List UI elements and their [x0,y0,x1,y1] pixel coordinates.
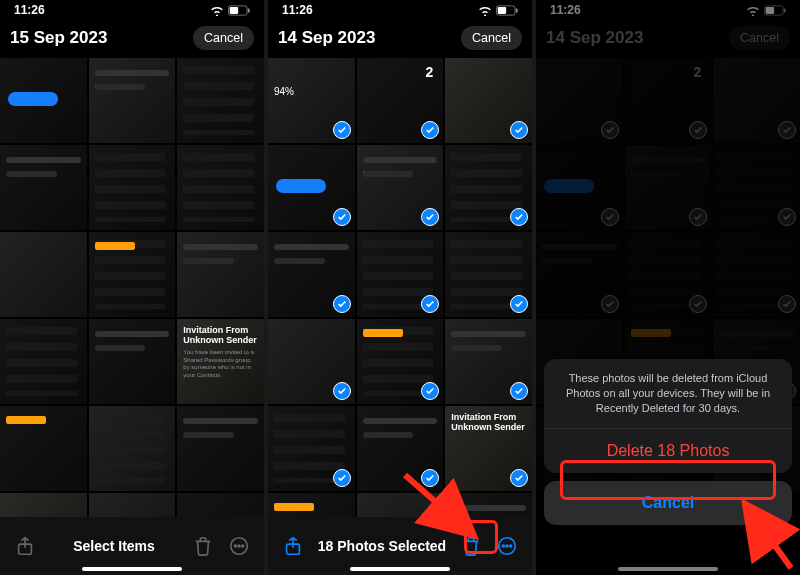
battery-icon [496,5,518,16]
photo-thumbnail[interactable] [89,145,176,230]
svg-rect-10 [516,8,518,12]
action-sheet-message: These photos will be deleted from iCloud… [544,359,792,429]
photo-grid[interactable]: Invitation From Unknown Sender You have … [0,58,264,517]
date-title: 15 Sep 2023 [10,28,107,48]
cancel-button[interactable]: Cancel [461,26,522,50]
photo-thumbnail[interactable] [0,406,87,491]
selection-check-icon [510,382,528,400]
action-sheet: These photos will be deleted from iCloud… [544,359,792,525]
selection-check-icon [421,121,439,139]
photo-thumbnail[interactable] [268,319,355,404]
home-indicator[interactable] [82,567,182,571]
photo-thumbnail[interactable] [177,406,264,491]
status-time: 11:26 [282,3,313,17]
photo-thumbnail[interactable] [357,406,444,491]
photo-thumbnail[interactable] [445,493,532,517]
photo-grid[interactable]: 94% 2 Invitation From Unknown Sender [268,58,532,517]
photo-thumbnail[interactable] [445,145,532,230]
photo-thumbnail[interactable] [89,319,176,404]
status-bar: 11:26 [268,0,532,20]
photo-thumbnail[interactable] [268,232,355,317]
selection-check-icon [510,121,528,139]
photo-thumbnail[interactable] [445,319,532,404]
svg-point-5 [234,545,236,547]
home-indicator[interactable] [350,567,450,571]
photo-thumbnail[interactable]: 94% [268,58,355,143]
photo-thumbnail[interactable] [89,406,176,491]
photo-thumbnail[interactable] [357,232,444,317]
action-sheet-card: These photos will be deleted from iCloud… [544,359,792,473]
photo-thumbnail[interactable] [0,145,87,230]
more-icon[interactable] [496,535,518,557]
photo-thumbnail[interactable] [177,232,264,317]
photo-thumbnail[interactable] [0,319,87,404]
photo-thumbnail[interactable]: 2 [357,58,444,143]
status-time: 11:26 [14,3,45,17]
photo-thumbnail[interactable] [268,145,355,230]
photo-thumbnail[interactable] [445,58,532,143]
selection-check-icon [333,469,351,487]
svg-point-6 [238,545,240,547]
selection-check-icon [421,382,439,400]
panel-selected: 11:26 14 Sep 2023 Cancel 94% 2 [268,0,532,575]
bottom-toolbar: 18 Photos Selected [268,517,532,575]
cancel-button[interactable]: Cancel [193,26,254,50]
photo-thumbnail[interactable] [177,58,264,143]
share-icon [14,535,36,557]
battery-icon [228,5,250,16]
header: 15 Sep 2023 Cancel [0,20,264,58]
selection-check-icon [421,208,439,226]
panel-delete-sheet: 11:26 14 Sep 2023 Cancel 2 [536,0,800,575]
photo-thumbnail[interactable] [357,319,444,404]
photo-thumbnail[interactable] [89,232,176,317]
photo-thumbnail[interactable] [0,493,87,517]
photo-thumbnail[interactable] [0,58,87,143]
photo-thumbnail[interactable]: Invitation From Unknown Sender [445,406,532,491]
photo-thumbnail[interactable] [177,145,264,230]
selection-check-icon [421,469,439,487]
photo-thumbnail[interactable] [89,58,176,143]
svg-point-7 [242,545,244,547]
share-icon[interactable] [282,535,304,557]
svg-rect-2 [248,8,250,12]
svg-rect-9 [498,7,506,14]
selection-check-icon [421,295,439,313]
invitation-title: Invitation From Unknown Sender [183,325,258,346]
invitation-body: You have been invited to a Shared Passwo… [183,349,258,379]
svg-point-15 [510,545,512,547]
wifi-icon [478,5,492,16]
selection-check-icon [333,208,351,226]
more-icon [228,535,250,557]
photo-thumbnail[interactable] [0,232,87,317]
action-sheet-cancel-button[interactable]: Cancel [544,481,792,525]
invitation-title: Invitation From Unknown Sender [451,412,526,433]
header: 14 Sep 2023 Cancel [268,20,532,58]
selection-check-icon [333,382,351,400]
photo-thumbnail[interactable] [268,493,355,517]
selection-check-icon [333,295,351,313]
photo-thumbnail[interactable] [357,145,444,230]
svg-rect-1 [230,7,238,14]
svg-point-13 [502,545,504,547]
delete-photos-button[interactable]: Delete 18 Photos [544,429,792,473]
svg-point-14 [506,545,508,547]
photo-thumbnail[interactable] [177,493,264,517]
photo-thumbnail[interactable] [357,493,444,517]
photo-thumbnail[interactable] [89,493,176,517]
toolbar-label: Select Items [73,538,155,554]
toolbar-label: 18 Photos Selected [318,538,446,554]
date-title: 14 Sep 2023 [278,28,375,48]
selection-check-icon [510,208,528,226]
trash-icon[interactable] [460,535,482,557]
selection-check-icon [510,469,528,487]
panel-select-mode: 11:26 15 Sep 2023 Cancel [0,0,264,575]
selection-check-icon [510,295,528,313]
selection-check-icon [333,121,351,139]
wifi-icon [210,5,224,16]
photo-thumbnail[interactable] [268,406,355,491]
bottom-toolbar: Select Items [0,517,264,575]
trash-icon [192,535,214,557]
status-bar: 11:26 [0,0,264,20]
photo-thumbnail[interactable]: Invitation From Unknown Sender You have … [177,319,264,404]
photo-thumbnail[interactable] [445,232,532,317]
